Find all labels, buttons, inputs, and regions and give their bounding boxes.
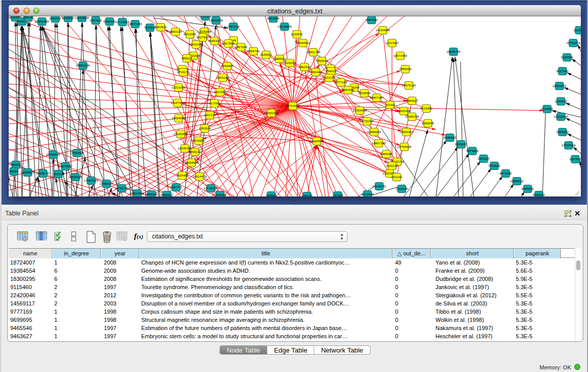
svg-text:10653528: 10653528 [75, 16, 89, 19]
svg-text:62160: 62160 [385, 103, 395, 106]
svg-text:7955812: 7955812 [316, 59, 329, 62]
svg-text:12975115: 12975115 [402, 83, 416, 87]
svg-text:12505135: 12505135 [68, 175, 82, 179]
svg-text:18300295: 18300295 [264, 111, 278, 115]
svg-text:985779: 985779 [302, 194, 313, 196]
svg-text:9777169: 9777169 [335, 80, 347, 84]
svg-text:16671355: 16671355 [128, 22, 142, 26]
svg-text:10719155: 10719155 [115, 20, 129, 24]
svg-text:7485063: 7485063 [399, 67, 412, 71]
svg-text:1615132: 1615132 [386, 164, 399, 167]
svg-text:16782759: 16782759 [115, 186, 129, 190]
svg-text:137164: 137164 [333, 193, 343, 196]
svg-text:16210643: 16210643 [554, 115, 568, 118]
svg-text:2687682: 2687682 [365, 18, 378, 21]
svg-text:14136141: 14136141 [372, 184, 386, 188]
svg-text:1588520: 1588520 [273, 57, 286, 60]
svg-text:10688609: 10688609 [367, 130, 381, 134]
svg-text:15716485: 15716485 [204, 186, 218, 190]
svg-text:5498222: 5498222 [189, 150, 202, 154]
svg-text:8813054: 8813054 [267, 16, 280, 20]
svg-text:10654112: 10654112 [510, 179, 524, 183]
svg-text:1621072: 1621072 [323, 76, 336, 79]
svg-text:16914479: 16914479 [192, 174, 207, 178]
svg-text:17957223: 17957223 [84, 179, 98, 182]
svg-text:8471036: 8471036 [499, 171, 512, 175]
svg-text:12213303: 12213303 [171, 85, 186, 89]
svg-text:9474444: 9474444 [466, 149, 479, 152]
svg-text:16107553: 16107553 [170, 101, 185, 104]
svg-text:9242845: 9242845 [221, 64, 234, 68]
svg-text:8220203: 8220203 [284, 61, 296, 64]
svg-text:1353594: 1353594 [199, 126, 211, 130]
svg-text:7625402: 7625402 [176, 173, 189, 177]
svg-text:18807249: 18807249 [372, 141, 386, 145]
svg-text:2867608: 2867608 [235, 45, 248, 49]
svg-text:1371648: 1371648 [361, 192, 374, 196]
svg-text:3215955: 3215955 [541, 107, 554, 111]
svg-text:417006: 417006 [209, 101, 220, 105]
svg-text:1527602: 1527602 [90, 18, 102, 22]
svg-text:2718170: 2718170 [177, 70, 190, 74]
svg-text:19654982: 19654982 [171, 116, 186, 120]
svg-text:1603381: 1603381 [199, 16, 212, 18]
svg-text:989013: 989013 [182, 56, 192, 60]
svg-text:1569290: 1569290 [556, 130, 569, 134]
svg-text:11156829: 11156829 [21, 170, 35, 174]
svg-text:9115460: 9115460 [420, 106, 432, 110]
svg-text:9245652: 9245652 [521, 187, 534, 190]
svg-text:9227342: 9227342 [556, 69, 569, 73]
svg-text:17359924: 17359924 [70, 151, 84, 155]
svg-text:19654923: 19654923 [399, 130, 413, 134]
svg-text:13226058: 13226058 [197, 30, 211, 33]
svg-text:20691406: 20691406 [35, 19, 49, 23]
svg-text:15751074: 15751074 [566, 41, 580, 45]
svg-text:7632621: 7632621 [488, 164, 501, 167]
svg-text:8660124: 8660124 [169, 30, 182, 33]
svg-text:1362615: 1362615 [298, 65, 311, 69]
svg-text:20364436: 20364436 [353, 108, 367, 112]
svg-text:7357224: 7357224 [227, 25, 240, 28]
svg-text:9084067: 9084067 [380, 152, 393, 156]
svg-text:12942737: 12942737 [36, 171, 50, 175]
svg-text:1167533: 1167533 [569, 157, 581, 161]
svg-text:9465546: 9465546 [145, 192, 158, 196]
svg-text:12213967: 12213967 [385, 41, 399, 45]
svg-text:8938923: 8938923 [444, 136, 456, 139]
svg-text:9657771: 9657771 [170, 185, 183, 189]
svg-text:9327503: 9327503 [197, 35, 209, 39]
svg-text:9327508: 9327508 [222, 41, 235, 45]
svg-text:16648784: 16648784 [446, 50, 461, 53]
svg-text:18724007: 18724007 [286, 104, 300, 107]
svg-text:15720407: 15720407 [360, 119, 374, 123]
svg-text:19218506: 19218506 [277, 25, 292, 28]
svg-text:12093872: 12093872 [552, 84, 567, 87]
svg-text:9129966: 9129966 [561, 55, 574, 59]
svg-text:3267130: 3267130 [204, 113, 216, 117]
svg-text:7663822: 7663822 [155, 25, 167, 29]
svg-text:10973493: 10973493 [393, 54, 407, 57]
svg-text:11958107: 11958107 [99, 182, 114, 185]
svg-text:16033809: 16033809 [209, 18, 223, 22]
svg-text:1292344: 1292344 [214, 193, 227, 196]
svg-text:209146: 209146 [23, 16, 34, 19]
svg-text:2933114: 2933114 [477, 157, 490, 160]
svg-text:20206516: 20206516 [46, 152, 60, 156]
svg-text:6497568: 6497568 [342, 88, 355, 92]
svg-text:1112541: 1112541 [573, 28, 581, 32]
svg-text:8454749: 8454749 [247, 49, 260, 53]
svg-text:9245612: 9245612 [533, 193, 546, 196]
svg-text:2093141: 2093141 [49, 16, 62, 20]
svg-text:16961758: 16961758 [306, 50, 320, 54]
svg-text:9106532: 9106532 [62, 16, 75, 19]
svg-text:19756928: 19756928 [397, 145, 411, 148]
svg-text:1733426: 1733426 [396, 187, 408, 190]
svg-text:114519: 114519 [53, 172, 64, 176]
svg-text:8186328: 8186328 [208, 39, 221, 42]
svg-text:9699695: 9699695 [422, 121, 434, 125]
svg-text:19975657: 19975657 [58, 164, 73, 168]
svg-text:9146821: 9146821 [260, 53, 273, 56]
svg-text:8990443: 8990443 [310, 70, 322, 74]
svg-text:1132541: 1132541 [291, 32, 303, 36]
svg-text:9463627: 9463627 [161, 193, 173, 196]
